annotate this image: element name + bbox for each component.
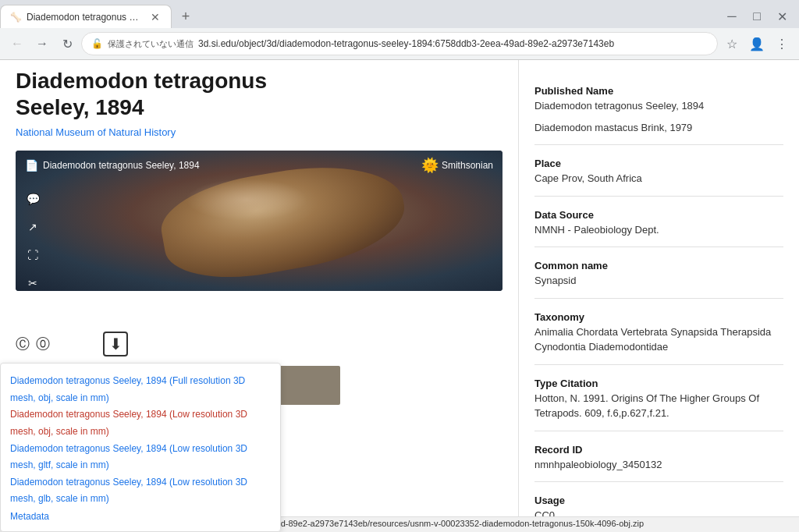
new-tab-button[interactable]: +: [175, 5, 197, 27]
toolbar-right: ☆ 👤 ⋮: [721, 33, 793, 55]
security-icon: 🔓: [91, 38, 103, 49]
extensions-button[interactable]: ⋮: [771, 33, 793, 55]
record-id-label: Record ID: [534, 444, 783, 456]
cc-zero-icon: ⓪: [36, 335, 50, 353]
data-source-label: Data Source: [534, 209, 783, 221]
bookmark-button[interactable]: ☆: [721, 33, 743, 55]
settings-button[interactable]: ✂: [22, 272, 44, 291]
page-content: Diademodon tetragonus Seeley, 1894 Natio…: [0, 60, 799, 532]
viewer-title-bar: 📄 Diademodon tetragonus Seeley, 1894: [25, 159, 200, 172]
published-name-label: Published Name: [534, 85, 783, 97]
active-tab[interactable]: 🦴 Diademodon tetragonus Seeley ✕: [0, 5, 172, 28]
thumbnail-5[interactable]: [278, 366, 340, 405]
divider-6: [534, 431, 783, 431]
download-link-4[interactable]: Diademodon tetragonus Seeley, 1894 (Low …: [10, 474, 271, 508]
viewer-sidebar: 💬 ↗ ⛶ ✂: [16, 182, 50, 291]
record-id-value: nmnhpaleobiology_3450132: [534, 457, 783, 473]
common-name-value: Synapsid: [534, 273, 783, 289]
download-link-2[interactable]: Diademodon tetragonus Seeley, 1894 (Low …: [10, 406, 271, 440]
fullscreen-button[interactable]: ⛶: [22, 244, 44, 266]
taxonomy-value: Animalia Chordata Vertebrata Synapsida T…: [534, 325, 783, 355]
download-dropdown: Diademodon tetragonus Seeley, 1894 (Full…: [0, 363, 281, 532]
creative-commons-icon: Ⓒ: [16, 335, 30, 353]
smithsonian-badge: 🌞 Smithsonian: [421, 157, 493, 174]
published-name-value: Diademodon tetragonus Seeley, 1894: [534, 98, 783, 114]
forward-button[interactable]: →: [31, 33, 53, 55]
browser-toolbar: ← → ↻ 🔓 保護されていない通信 3d.si.edu/object/3d/d…: [0, 28, 799, 59]
page-title: Diademodon tetragonus Seeley, 1894: [16, 68, 502, 120]
divider-4: [534, 298, 783, 299]
type-citation-label: Type Citation: [534, 378, 783, 389]
info-panel: Published Name Diademodon tetragonus See…: [518, 60, 799, 532]
close-window-button[interactable]: ✕: [771, 5, 793, 27]
institution-link[interactable]: National Museum of Natural History: [16, 126, 502, 138]
share-button[interactable]: ↗: [22, 216, 44, 238]
alternate-name: Diademodon mastacus Brink, 1979: [534, 120, 783, 136]
common-name-label: Common name: [534, 260, 783, 271]
smithsonian-sun-icon: 🌞: [421, 157, 439, 174]
main-content: Diademodon tetragonus Seeley, 1894 Natio…: [0, 60, 518, 532]
document-icon: 📄: [25, 159, 38, 172]
type-citation-value: Hotton, N. 1991. Origins Of The Higher G…: [534, 391, 783, 421]
place-label: Place: [534, 158, 783, 169]
minimize-button[interactable]: ─: [721, 5, 743, 27]
viewer-footer: Ⓒ ⓪ ⬇: [16, 332, 502, 356]
viewer-header: 📄 Diademodon tetragonus Seeley, 1894 🌞 S…: [16, 151, 502, 180]
data-source-value: NMNH - Paleobiology Dept.: [534, 222, 783, 238]
divider-7: [534, 481, 783, 482]
back-button[interactable]: ←: [6, 33, 28, 55]
download-link-1[interactable]: Diademodon tetragonus Seeley, 1894 (Full…: [10, 373, 271, 406]
divider-5: [534, 364, 783, 365]
url-display: 3d.si.edu/object/3d/diademodon-tetragonu…: [198, 38, 708, 49]
browser-chrome: 🦴 Diademodon tetragonus Seeley ✕ + ─ □ ✕…: [0, 0, 799, 60]
tab-close-button[interactable]: ✕: [149, 11, 162, 23]
3d-viewer: 📄 Diademodon tetragonus Seeley, 1894 🌞 S…: [16, 151, 502, 291]
viewer-title: Diademodon tetragonus Seeley, 1894: [43, 160, 200, 171]
tab-bar: 🦴 Diademodon tetragonus Seeley ✕ + ─ □ ✕: [0, 0, 799, 28]
smithsonian-label: Smithsonian: [442, 160, 493, 171]
usage-label: Usage: [534, 495, 783, 506]
profile-button[interactable]: 👤: [746, 33, 768, 55]
download-link-3[interactable]: Diademodon tetragonus Seeley, 1894 (Low …: [10, 441, 271, 474]
address-bar[interactable]: 🔓 保護されていない通信 3d.si.edu/object/3d/diademo…: [81, 32, 718, 55]
skull-highlight: [186, 179, 307, 221]
comment-button[interactable]: 💬: [22, 188, 44, 210]
security-text: 保護されていない通信: [108, 38, 194, 50]
maximize-button[interactable]: □: [746, 5, 768, 27]
refresh-button[interactable]: ↻: [56, 33, 78, 55]
tab-favicon: 🦴: [10, 12, 22, 23]
download-button[interactable]: ⬇: [103, 332, 128, 356]
taxonomy-label: Taxonomy: [534, 311, 783, 323]
metadata-link[interactable]: Metadata: [10, 511, 271, 522]
divider-3: [534, 246, 783, 247]
divider-2: [534, 196, 783, 197]
place-value: Cape Prov, South Africa: [534, 171, 783, 186]
tab-title: Diademodon tetragonus Seeley: [27, 12, 144, 23]
divider-1: [534, 144, 783, 145]
